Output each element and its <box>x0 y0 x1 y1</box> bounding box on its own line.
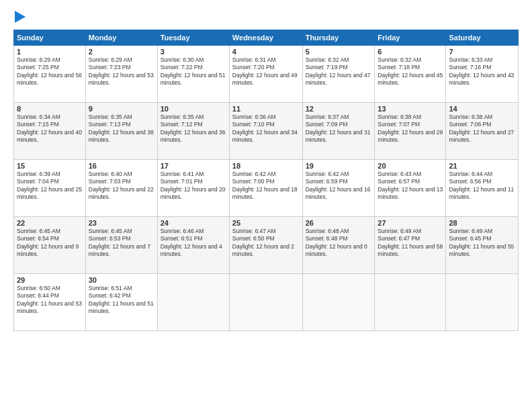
day-number: 10 <box>161 105 226 113</box>
table-row: 2Sunrise: 6:29 AM Sunset: 7:23 PM Daylig… <box>85 46 157 103</box>
day-info: Sunrise: 6:38 AM Sunset: 7:07 PM Dayligh… <box>378 113 443 144</box>
calendar-week-row: 22Sunrise: 6:45 AM Sunset: 6:54 PM Dayli… <box>14 217 519 274</box>
day-info: Sunrise: 6:36 AM Sunset: 7:10 PM Dayligh… <box>232 113 300 144</box>
table-row: 9Sunrise: 6:35 AM Sunset: 7:13 PM Daylig… <box>85 103 157 160</box>
table-row: 28Sunrise: 6:49 AM Sunset: 6:45 PM Dayli… <box>446 217 519 274</box>
calendar-week-row: 1Sunrise: 6:29 AM Sunset: 7:25 PM Daylig… <box>14 46 519 103</box>
day-info: Sunrise: 6:51 AM Sunset: 6:42 PM Dayligh… <box>89 285 154 316</box>
day-info: Sunrise: 6:41 AM Sunset: 7:01 PM Dayligh… <box>161 171 226 201</box>
table-row: 12Sunrise: 6:37 AM Sunset: 7:09 PM Dayli… <box>302 103 375 160</box>
calendar-page: Sunday Monday Tuesday Wednesday Thursday… <box>0 0 532 411</box>
table-row: 22Sunrise: 6:45 AM Sunset: 6:54 PM Dayli… <box>14 217 86 274</box>
day-info: Sunrise: 6:44 AM Sunset: 6:56 PM Dayligh… <box>449 171 515 201</box>
day-info: Sunrise: 6:50 AM Sunset: 6:44 PM Dayligh… <box>17 285 83 316</box>
day-number: 22 <box>17 219 83 227</box>
day-info: Sunrise: 6:30 AM Sunset: 7:22 PM Dayligh… <box>161 56 226 87</box>
day-number: 11 <box>232 105 300 113</box>
table-row: 4Sunrise: 6:31 AM Sunset: 7:20 PM Daylig… <box>229 46 302 103</box>
table-row: 21Sunrise: 6:44 AM Sunset: 6:56 PM Dayli… <box>446 160 519 217</box>
table-row: 14Sunrise: 6:38 AM Sunset: 7:06 PM Dayli… <box>446 103 519 160</box>
table-row: 25Sunrise: 6:47 AM Sunset: 6:50 PM Dayli… <box>229 217 302 274</box>
day-number: 16 <box>89 162 154 170</box>
table-row: 16Sunrise: 6:40 AM Sunset: 7:03 PM Dayli… <box>85 160 157 217</box>
table-row: 10Sunrise: 6:35 AM Sunset: 7:12 PM Dayli… <box>157 103 229 160</box>
day-info: Sunrise: 6:46 AM Sunset: 6:51 PM Dayligh… <box>161 228 226 259</box>
table-row: 11Sunrise: 6:36 AM Sunset: 7:10 PM Dayli… <box>229 103 302 160</box>
table-row: 5Sunrise: 6:32 AM Sunset: 7:19 PM Daylig… <box>302 46 375 103</box>
day-number: 18 <box>232 162 300 170</box>
table-row: 27Sunrise: 6:49 AM Sunset: 6:47 PM Dayli… <box>375 217 446 274</box>
day-info: Sunrise: 6:40 AM Sunset: 7:03 PM Dayligh… <box>89 171 154 201</box>
table-row: 13Sunrise: 6:38 AM Sunset: 7:07 PM Dayli… <box>375 103 446 160</box>
day-number: 2 <box>89 48 154 56</box>
day-info: Sunrise: 6:47 AM Sunset: 6:50 PM Dayligh… <box>232 228 300 259</box>
day-number: 1 <box>17 48 83 56</box>
day-number: 14 <box>449 105 515 113</box>
day-info: Sunrise: 6:35 AM Sunset: 7:13 PM Dayligh… <box>89 113 154 144</box>
table-row <box>375 274 446 331</box>
table-row <box>446 274 519 331</box>
day-info: Sunrise: 6:34 AM Sunset: 7:15 PM Dayligh… <box>17 113 83 144</box>
day-info: Sunrise: 6:37 AM Sunset: 7:09 PM Dayligh… <box>306 113 372 144</box>
day-number: 26 <box>306 219 372 227</box>
day-info: Sunrise: 6:42 AM Sunset: 7:00 PM Dayligh… <box>232 171 300 201</box>
table-row: 19Sunrise: 6:42 AM Sunset: 6:59 PM Dayli… <box>302 160 375 217</box>
day-info: Sunrise: 6:43 AM Sunset: 6:57 PM Dayligh… <box>378 171 443 201</box>
calendar-header-row: Sunday Monday Tuesday Wednesday Thursday… <box>14 30 519 46</box>
day-info: Sunrise: 6:33 AM Sunset: 7:16 PM Dayligh… <box>449 56 515 87</box>
day-number: 28 <box>449 219 515 227</box>
table-row: 1Sunrise: 6:29 AM Sunset: 7:25 PM Daylig… <box>14 46 86 103</box>
day-info: Sunrise: 6:29 AM Sunset: 7:25 PM Dayligh… <box>17 56 83 87</box>
table-row: 24Sunrise: 6:46 AM Sunset: 6:51 PM Dayli… <box>157 217 229 274</box>
col-friday: Friday <box>375 30 446 46</box>
day-info: Sunrise: 6:49 AM Sunset: 6:45 PM Dayligh… <box>449 228 515 259</box>
day-info: Sunrise: 6:48 AM Sunset: 6:48 PM Dayligh… <box>306 228 372 259</box>
day-info: Sunrise: 6:35 AM Sunset: 7:12 PM Dayligh… <box>161 113 226 144</box>
table-row: 29Sunrise: 6:50 AM Sunset: 6:44 PM Dayli… <box>14 274 86 331</box>
day-number: 17 <box>161 162 226 170</box>
table-row <box>157 274 229 331</box>
day-number: 13 <box>378 105 443 113</box>
table-row: 18Sunrise: 6:42 AM Sunset: 7:00 PM Dayli… <box>229 160 302 217</box>
day-number: 9 <box>89 105 154 113</box>
logo-arrow-icon <box>15 11 26 23</box>
calendar-week-row: 15Sunrise: 6:39 AM Sunset: 7:04 PM Dayli… <box>14 160 519 217</box>
day-number: 8 <box>17 105 83 113</box>
day-info: Sunrise: 6:45 AM Sunset: 6:53 PM Dayligh… <box>89 228 154 259</box>
table-row: 7Sunrise: 6:33 AM Sunset: 7:16 PM Daylig… <box>446 46 519 103</box>
day-number: 3 <box>161 48 226 56</box>
day-number: 15 <box>17 162 83 170</box>
calendar-week-row: 29Sunrise: 6:50 AM Sunset: 6:44 PM Dayli… <box>14 274 519 331</box>
table-row: 23Sunrise: 6:45 AM Sunset: 6:53 PM Dayli… <box>85 217 157 274</box>
col-thursday: Thursday <box>302 30 375 46</box>
table-row: 3Sunrise: 6:30 AM Sunset: 7:22 PM Daylig… <box>157 46 229 103</box>
table-row: 20Sunrise: 6:43 AM Sunset: 6:57 PM Dayli… <box>375 160 446 217</box>
table-row: 26Sunrise: 6:48 AM Sunset: 6:48 PM Dayli… <box>302 217 375 274</box>
day-info: Sunrise: 6:32 AM Sunset: 7:18 PM Dayligh… <box>378 56 443 87</box>
day-number: 19 <box>306 162 372 170</box>
day-info: Sunrise: 6:31 AM Sunset: 7:20 PM Dayligh… <box>232 56 300 87</box>
col-saturday: Saturday <box>446 30 519 46</box>
day-number: 6 <box>378 48 443 56</box>
logo <box>13 11 26 23</box>
day-number: 25 <box>232 219 300 227</box>
day-number: 5 <box>306 48 372 56</box>
col-tuesday: Tuesday <box>157 30 229 46</box>
day-number: 29 <box>17 276 83 284</box>
day-info: Sunrise: 6:38 AM Sunset: 7:06 PM Dayligh… <box>449 113 515 144</box>
day-number: 21 <box>449 162 515 170</box>
calendar-week-row: 8Sunrise: 6:34 AM Sunset: 7:15 PM Daylig… <box>14 103 519 160</box>
page-header <box>13 11 519 23</box>
table-row: 8Sunrise: 6:34 AM Sunset: 7:15 PM Daylig… <box>14 103 86 160</box>
day-info: Sunrise: 6:39 AM Sunset: 7:04 PM Dayligh… <box>17 171 83 201</box>
table-row: 15Sunrise: 6:39 AM Sunset: 7:04 PM Dayli… <box>14 160 86 217</box>
day-number: 20 <box>378 162 443 170</box>
table-row <box>302 274 375 331</box>
day-info: Sunrise: 6:49 AM Sunset: 6:47 PM Dayligh… <box>378 228 443 259</box>
table-row: 17Sunrise: 6:41 AM Sunset: 7:01 PM Dayli… <box>157 160 229 217</box>
table-row: 6Sunrise: 6:32 AM Sunset: 7:18 PM Daylig… <box>375 46 446 103</box>
calendar-table: Sunday Monday Tuesday Wednesday Thursday… <box>13 30 519 331</box>
col-wednesday: Wednesday <box>229 30 302 46</box>
day-number: 24 <box>161 219 226 227</box>
col-sunday: Sunday <box>14 30 86 46</box>
